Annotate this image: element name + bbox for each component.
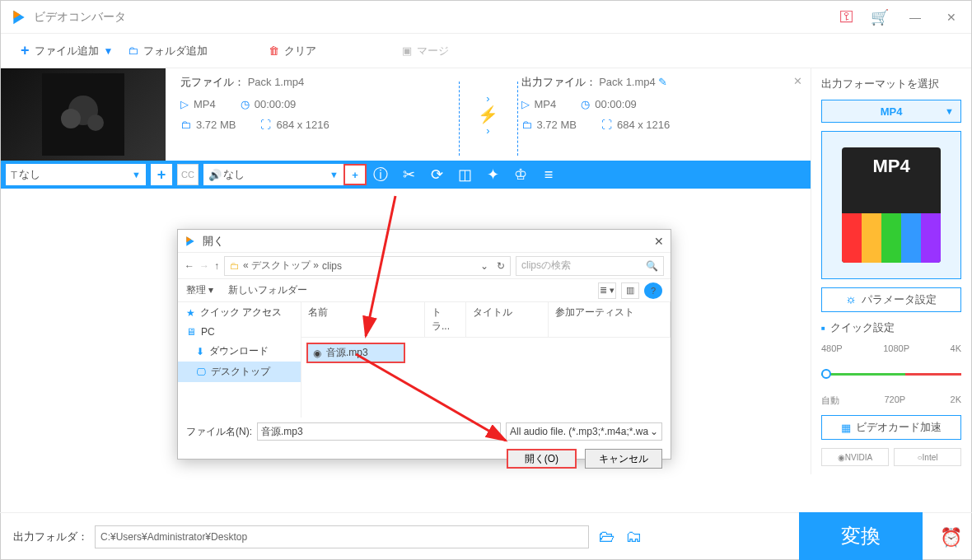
adjust-button[interactable]: ≡ (535, 161, 563, 189)
cc-button[interactable]: CC (177, 164, 199, 185)
gear-icon: ⛭ (846, 294, 857, 306)
cancel-button[interactable]: キャンセル (585, 449, 662, 469)
merge-icon: ▣ (402, 44, 412, 57)
audio-file-icon: ◉ (313, 348, 321, 359)
parameter-settings-button[interactable]: ⛭ パラメータ設定 (821, 287, 961, 312)
param-label: パラメータ設定 (862, 292, 937, 307)
col-artist[interactable]: 参加アーティスト (549, 302, 671, 337)
file-filter-select[interactable]: All audio file. (*.mp3;*.m4a;*.wa⌄ (506, 422, 662, 441)
remove-file-button[interactable]: ✕ (793, 75, 802, 87)
format-preview: MP4 (821, 131, 961, 279)
convert-button[interactable]: 変換 (799, 512, 923, 560)
src-size: 3.72 MB (196, 119, 236, 131)
folder-icon: 🗀 (230, 260, 240, 272)
res-auto: 自動 (821, 394, 839, 407)
sidebar-desktop[interactable]: 🖵デスクトップ (178, 362, 301, 382)
add-folder-button[interactable]: 🗀 フォルダ追加 (123, 40, 213, 62)
out-duration: 00:00:09 (595, 98, 637, 110)
resolution-slider[interactable] (821, 362, 961, 386)
batch-icon[interactable]: 🗂 (625, 527, 642, 546)
add-file-button[interactable]: + ファイル追加 ▼ (16, 39, 118, 63)
watermark-button[interactable]: ♔ (507, 161, 535, 189)
nav-forward-button[interactable]: → (199, 260, 209, 272)
sidebar-quick-access[interactable]: ★クイック アクセス (178, 302, 301, 323)
folder-open-icon[interactable]: 🗁 (599, 527, 615, 546)
gpu-accel-button[interactable]: ▦ ビデオカード加速 (821, 415, 961, 440)
output-path-value: C:¥Users¥Administrator¥Desktop (100, 531, 247, 543)
col-name[interactable]: 名前 (301, 302, 425, 337)
desktop-icon: 🖵 (196, 366, 206, 378)
edit-icon[interactable]: ✎ (658, 76, 667, 88)
info-button[interactable]: ⓘ (367, 161, 395, 189)
trash-icon: 🗑 (269, 44, 279, 57)
source-filename: Pack 1.mp4 (248, 76, 305, 88)
output-folder-input[interactable]: C:¥Users¥Administrator¥Desktop (95, 525, 589, 548)
search-placeholder: clipsの検索 (521, 259, 571, 273)
file-item-selected[interactable]: ◉ 音源.mp3 (306, 343, 405, 363)
key-icon[interactable]: ⚿ (839, 8, 854, 26)
format-icon: ▷ (180, 98, 189, 110)
speaker-icon: 🔊 (208, 169, 222, 181)
merge-label: マージ (417, 44, 449, 58)
audio-select[interactable]: 🔊 なし ▼ (203, 164, 343, 185)
format-dropdown[interactable]: MP4 ▼ (821, 100, 961, 123)
file-row: 元ファイル： Pack 1.mp4 ▷MP4 ◷00:00:09 🗀3.72 M… (1, 68, 811, 161)
filename-label: ファイル名(N): (186, 425, 252, 439)
filename-input[interactable]: 音源.mp3⌄ (257, 422, 501, 441)
add-audio-button[interactable]: + (343, 164, 367, 185)
sidebar-downloads[interactable]: ⬇ダウンロード (178, 341, 301, 362)
effects-button[interactable]: ✦ (479, 161, 507, 189)
star-icon: ★ (186, 307, 195, 319)
alarm-icon[interactable]: ⏰ (940, 527, 962, 548)
rotate-button[interactable]: ⟳ (423, 161, 451, 189)
res-720p: 720P (884, 394, 905, 407)
output-format-label: 出力フォーマットを選択 (821, 77, 961, 91)
add-subtitle-button[interactable]: + (151, 164, 172, 185)
app-title: ビデオコンバータ (34, 10, 126, 25)
main-toolbar: + ファイル追加 ▼ 🗀 フォルダ追加 🗑 クリア ▣ マージ (1, 34, 971, 68)
res-480p: 480P (821, 343, 843, 353)
subtitle-select[interactable]: T なし ▼ (6, 164, 146, 185)
file-list: 名前 トラ... タイトル 参加アーティスト ◉ 音源.mp3 (301, 302, 671, 418)
organize-menu[interactable]: 整理 ▾ (186, 283, 213, 297)
filter-value: All audio file. (*.mp3;*.m4a;*.wa (510, 426, 648, 437)
src-dimensions: 684 x 1216 (276, 119, 329, 131)
close-button[interactable]: ✕ (942, 11, 961, 24)
path-folder: clips (322, 260, 342, 272)
res-2k: 2K (951, 394, 961, 407)
chevron-down-icon[interactable]: ⌄ (480, 260, 488, 272)
size-icon: 🗀 (521, 119, 532, 131)
file-open-dialog: 開く ✕ ← → ↑ 🗀 « デスクトップ » clips ⌄ ↻ clipsの… (177, 229, 671, 460)
col-track[interactable]: トラ... (425, 302, 466, 337)
src-duration: 00:00:09 (255, 98, 297, 110)
crop-button[interactable]: ◫ (451, 161, 479, 189)
path-bar[interactable]: 🗀 « デスクトップ » clips ⌄ ↻ (224, 256, 511, 276)
sidebar-pc[interactable]: 🖥PC (178, 323, 301, 341)
minimize-button[interactable]: — (905, 11, 925, 24)
svg-point-4 (61, 109, 81, 128)
plus-icon: + (21, 42, 30, 59)
cut-button[interactable]: ✂ (395, 161, 423, 189)
view-mode-button[interactable]: ≣ ▾ (598, 282, 616, 299)
nvidia-badge: ◉ NVIDIA (821, 448, 889, 466)
merge-button[interactable]: ▣ マージ (397, 40, 454, 62)
res-4k: 4K (951, 343, 961, 353)
dialog-close-button[interactable]: ✕ (654, 235, 664, 248)
new-folder-button[interactable]: 新しいフォルダー (228, 283, 307, 297)
output-folder-label: 出力フォルダ： (13, 530, 88, 544)
open-button[interactable]: 開く(O) (507, 449, 577, 469)
audio-value: なし (223, 167, 326, 182)
search-input[interactable]: clipsの検索 🔍 (516, 256, 664, 276)
app-logo (11, 9, 27, 26)
help-button[interactable]: ? (644, 282, 662, 299)
nav-back-button[interactable]: ← (185, 260, 194, 272)
svg-point-5 (87, 114, 104, 131)
nav-up-button[interactable]: ↑ (214, 260, 219, 272)
preview-pane-button[interactable]: ▥ (621, 282, 639, 299)
refresh-icon[interactable]: ↻ (497, 260, 505, 272)
video-thumbnail[interactable] (1, 68, 166, 161)
clear-button[interactable]: 🗑 クリア (264, 40, 321, 62)
bottom-bar: 出力フォルダ： C:¥Users¥Administrator¥Desktop 🗁… (0, 512, 972, 560)
cart-icon[interactable]: 🛒 (871, 8, 889, 26)
col-title[interactable]: タイトル (466, 302, 549, 337)
